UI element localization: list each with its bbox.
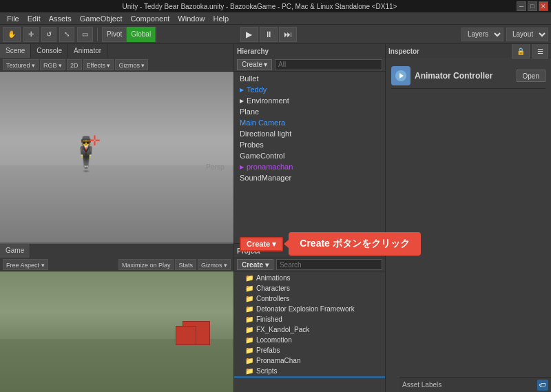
menu-edit[interactable]: Edit — [23, 12, 45, 25]
p-item-fxkandol[interactable]: 📁FX_Kandol_Pack — [234, 324, 385, 335]
inspector-object: Animator Controller Open — [391, 63, 545, 89]
tool-rect[interactable]: ▭ — [77, 27, 93, 42]
tool-scale[interactable]: ⤡ — [59, 27, 74, 42]
p-item-animations[interactable]: 📁Animations — [234, 273, 385, 283]
menu-file[interactable]: File — [3, 12, 23, 25]
p-item-prefabs[interactable]: 📁Prefabs — [234, 345, 385, 355]
asset-labels-button[interactable]: 🏷 — [537, 380, 548, 391]
p-item-characters[interactable]: 📁Characters — [234, 283, 385, 293]
transform-gizmo: ✛ — [89, 132, 101, 149]
layers-layout-group: Layers Layout — [461, 28, 548, 41]
h-item-plane[interactable]: Plane — [234, 106, 385, 117]
pivot-global-group: Pivot Global — [102, 27, 156, 42]
scene-background: 🕴 ✛ Persp — [0, 72, 233, 243]
main-area: Scene Console Animator Textured ▾ RGB ▾ … — [0, 44, 551, 392]
annotation-overlay: Create ▾ Create ボタンをクリック — [240, 232, 421, 256]
game-view: Game Free Aspect ▾ Maximize on Play Stat… — [0, 244, 233, 392]
hierarchy-items: Bullet ▶Teddy ▶Environment Plane Main Ca… — [234, 72, 385, 244]
p-item-finished[interactable]: 📁Finished — [234, 314, 385, 324]
inspector-content: Animator Controller Open — [386, 58, 551, 94]
scene-rgb[interactable]: RGB ▾ — [40, 59, 65, 70]
step-button[interactable]: ⏭ — [279, 27, 297, 42]
left-panel: Scene Console Animator Textured ▾ RGB ▾ … — [0, 44, 234, 392]
h-item-maincamera[interactable]: Main Camera — [234, 117, 385, 128]
main-toolbar: ✋ ✛ ↺ ⤡ ▭ Pivot Global ▶ ⏸ ⏭ Layers Layo… — [0, 25, 551, 44]
scene-view: Scene Console Animator Textured ▾ RGB ▾ … — [0, 44, 233, 244]
scene-effects[interactable]: Effects ▾ — [83, 59, 114, 70]
annotation-bubble: Create ボタンをクリック — [289, 232, 420, 256]
project-toolbar: Create ▾ — [234, 258, 385, 271]
tool-hand[interactable]: ✋ — [3, 27, 21, 42]
tool-rotate[interactable]: ↺ — [41, 27, 56, 42]
hierarchy-create-btn[interactable]: Create ▾ — [237, 59, 272, 70]
maximize-button[interactable]: □ — [528, 1, 537, 11]
inspector-panel: Inspector 🔒 ☰ Animator Controller Open A… — [386, 44, 551, 392]
game-stats[interactable]: Stats — [175, 259, 196, 270]
inspector-header-buttons: 🔒 ☰ — [512, 44, 548, 59]
menu-gameobject[interactable]: GameObject — [76, 12, 127, 25]
inspector-object-name: Animator Controller — [415, 71, 492, 81]
menu-bar: File Edit Assets GameObject Component Wi… — [0, 12, 551, 25]
middle-panel: Hierarchy Create ▾ Bullet ▶Teddy ▶Enviro… — [234, 44, 386, 392]
layout-select[interactable]: Layout — [506, 28, 548, 41]
tab-scene[interactable]: Scene — [0, 44, 31, 58]
menu-help[interactable]: Help — [209, 12, 233, 25]
scene-gizmos[interactable]: Gizmos ▾ — [115, 59, 148, 70]
play-button[interactable]: ▶ — [240, 27, 258, 42]
persp-label: Persp — [206, 163, 224, 171]
global-button[interactable]: Global — [127, 27, 156, 42]
scene-textured[interactable]: Textured ▾ — [3, 59, 39, 70]
h-item-bullet[interactable]: Bullet — [234, 73, 385, 84]
character-sprite: 🕴 — [65, 138, 107, 171]
inspector-title: Inspector — [388, 48, 419, 55]
hierarchy-panel: Hierarchy Create ▾ Bullet ▶Teddy ▶Enviro… — [234, 44, 385, 244]
tab-console[interactable]: Console — [31, 44, 68, 58]
tab-game[interactable]: Game — [0, 244, 30, 258]
p-item-controllers[interactable]: 📁Controllers — [234, 293, 385, 304]
menu-assets[interactable]: Assets — [45, 12, 76, 25]
project-create-btn[interactable]: Create ▾ — [237, 259, 273, 270]
tab-animator[interactable]: Animator — [68, 44, 107, 58]
h-item-probes[interactable]: Probes — [234, 139, 385, 150]
scene-canvas: 🕴 ✛ Persp — [0, 72, 233, 243]
annotation-arrow — [284, 240, 289, 248]
game-maximize[interactable]: Maximize on Play — [118, 259, 174, 270]
h-item-gamecontrol[interactable]: GameControl — [234, 150, 385, 161]
h-item-pronamachan[interactable]: ▶pronamachan — [234, 161, 385, 172]
menu-component[interactable]: Component — [126, 12, 174, 25]
window-controls: ─ □ ✕ — [517, 1, 548, 11]
p-item-scripts[interactable]: 📁Scripts — [234, 366, 385, 376]
create-highlight-btn[interactable]: Create ▾ — [240, 237, 283, 251]
pivot-button[interactable]: Pivot — [103, 27, 127, 42]
h-item-teddy[interactable]: ▶Teddy — [234, 84, 385, 95]
pause-button[interactable]: ⏸ — [260, 27, 278, 42]
hierarchy-toolbar: Create ▾ — [234, 58, 385, 72]
minimize-button[interactable]: ─ — [517, 1, 526, 11]
h-item-soundmanager[interactable]: SoundManager — [234, 172, 385, 183]
project-search[interactable] — [276, 259, 382, 270]
inspector-open-button[interactable]: Open — [517, 70, 545, 82]
game-aspect[interactable]: Free Aspect ▾ — [3, 259, 48, 270]
game-gizmos[interactable]: Gizmos ▾ — [198, 259, 231, 270]
hierarchy-title: Hierarchy — [237, 48, 269, 55]
inspector-menu-btn[interactable]: ☰ — [532, 44, 548, 59]
game-panel-tabs: Game — [0, 244, 233, 258]
h-item-directionallight[interactable]: Directional light — [234, 128, 385, 139]
p-item-detonator[interactable]: 📁Detonator Explosion Framework — [234, 304, 385, 314]
p-item-animator-controller[interactable]: 🎬Animator Controller — [234, 376, 385, 378]
p-item-pronamachan[interactable]: 📁PronamaChan — [234, 355, 385, 366]
tool-move[interactable]: ✛ — [23, 27, 39, 42]
p-item-locomotion[interactable]: 📁Locomotion — [234, 335, 385, 345]
h-item-environment[interactable]: ▶Environment — [234, 95, 385, 106]
scene-toolbar: Textured ▾ RGB ▾ 2D Effects ▾ Gizmos ▾ — [0, 58, 233, 72]
hierarchy-search[interactable] — [275, 59, 382, 70]
inspector-lock-btn[interactable]: 🔒 — [512, 44, 530, 59]
menu-window[interactable]: Window — [174, 12, 209, 25]
toolbar-separator-1 — [97, 28, 98, 41]
project-panel: Project Create ▾ 📁Animations 📁Characters… — [234, 244, 385, 392]
scene-2d[interactable]: 2D — [67, 59, 82, 70]
play-controls: ▶ ⏸ ⏭ — [240, 27, 297, 42]
title-bar: Unity - Teddy Bear Bazooka.unity - Bazoo… — [0, 0, 551, 12]
close-button[interactable]: ✕ — [539, 1, 548, 11]
layers-select[interactable]: Layers — [461, 28, 503, 41]
